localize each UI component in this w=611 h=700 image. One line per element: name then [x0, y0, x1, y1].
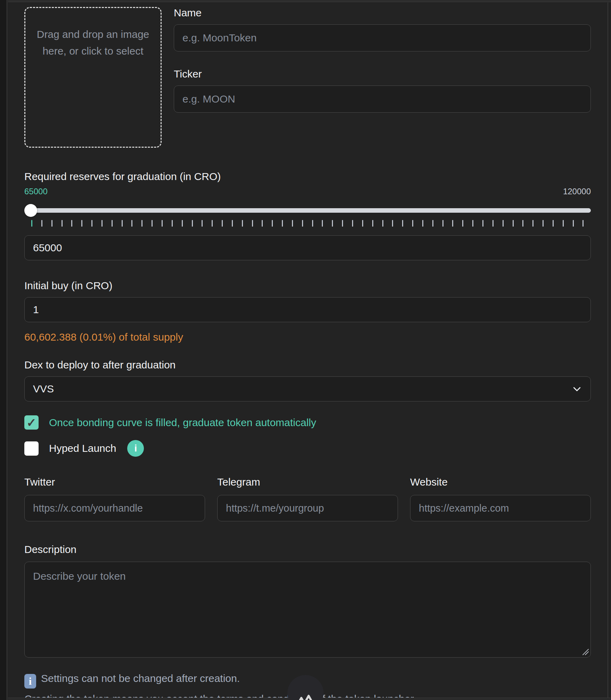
top-row: Drag and drop an image here, or click to… — [24, 7, 591, 148]
slider-tick — [222, 220, 223, 227]
slider-tick — [402, 220, 403, 227]
ticker-label: Ticker — [174, 68, 591, 80]
slider-tick — [81, 220, 82, 227]
mountain-logo-icon — [293, 690, 318, 700]
slider-handle[interactable] — [24, 204, 37, 217]
slider-tick — [442, 220, 443, 227]
website-label: Website — [410, 476, 591, 488]
reserves-range-labels: 65000 120000 — [24, 187, 591, 196]
description-textarea[interactable] — [24, 562, 591, 658]
slider-tick — [41, 220, 42, 227]
settings-note: Settings can not be changed after creati… — [41, 673, 240, 684]
slider-tick — [212, 220, 213, 227]
reserves-max-label: 120000 — [563, 187, 591, 196]
slider-tick — [352, 220, 353, 227]
website-input[interactable] — [410, 495, 591, 521]
slider-tick — [252, 220, 253, 227]
window-top-edge — [8, 0, 611, 2]
slider-tick — [282, 220, 283, 227]
slider-tick — [31, 220, 32, 227]
hyped-launch-info-icon[interactable]: i — [127, 440, 144, 457]
slider-tick — [372, 220, 373, 227]
window-right-edge — [608, 2, 608, 700]
hyped-launch-checkbox[interactable]: ✓ — [24, 441, 39, 456]
slider-ticks — [31, 220, 584, 227]
slider-tick — [553, 220, 554, 227]
slider-tick — [532, 220, 533, 227]
social-links-row: Twitter Telegram Website — [24, 476, 591, 521]
slider-tick — [452, 220, 453, 227]
slider-tick — [362, 220, 363, 227]
telegram-input[interactable] — [217, 495, 398, 521]
reserves-min-label: 65000 — [24, 187, 48, 196]
reserves-input[interactable] — [24, 235, 591, 260]
slider-tick — [332, 220, 333, 227]
slider-tick — [51, 220, 52, 227]
slider-tick — [462, 220, 463, 227]
slider-tick — [392, 220, 393, 227]
reserves-label: Required reserves for graduation (in CRO… — [24, 171, 591, 182]
slider-tick — [563, 220, 564, 227]
token-create-form: Drag and drop an image here, or click to… — [24, 7, 591, 700]
auto-graduate-checkbox[interactable]: ✓ — [24, 415, 39, 430]
dex-label: Dex to deploy to after graduation — [24, 359, 591, 371]
auto-graduate-label: Once bonding curve is filled, graduate t… — [49, 417, 316, 429]
slider-tick — [172, 220, 173, 227]
slider-tick — [412, 220, 413, 227]
dex-select[interactable]: VVS — [24, 376, 591, 401]
slider-tick — [342, 220, 343, 227]
slider-tick — [91, 220, 92, 227]
slider-tick — [292, 220, 293, 227]
slider-tick — [492, 220, 494, 227]
telegram-label: Telegram — [217, 476, 398, 488]
slider-tick — [302, 220, 303, 227]
twitter-input[interactable] — [24, 495, 205, 521]
slider-tick — [382, 220, 383, 227]
name-label: Name — [174, 7, 591, 19]
auto-graduate-row: ✓ Once bonding curve is filled, graduate… — [24, 415, 591, 430]
initial-buy-label: Initial buy (in CRO) — [24, 280, 591, 292]
slider-tick — [182, 220, 183, 227]
slider-tick — [472, 220, 473, 227]
slider-tick — [162, 220, 163, 227]
dex-selected-value: VVS — [33, 383, 54, 395]
hyped-launch-row: ✓ Hyped Launch i — [24, 440, 591, 457]
name-ticker-column: Name Ticker — [174, 7, 591, 148]
slider-tick — [262, 220, 263, 227]
slider-tick — [232, 220, 233, 227]
slider-tick — [122, 220, 123, 227]
supply-note: 60,602.388 (0.01%) of total supply — [24, 331, 591, 343]
slider-tick — [71, 220, 72, 227]
chevron-down-icon — [572, 384, 582, 394]
slider-tick — [432, 220, 433, 227]
name-input[interactable] — [174, 24, 591, 51]
slider-tick — [322, 220, 323, 227]
slider-tick — [112, 220, 113, 227]
slider-tick — [312, 220, 313, 227]
initial-buy-input[interactable] — [24, 297, 591, 322]
slider-tick — [202, 220, 203, 227]
slider-tick — [131, 220, 132, 227]
slider-tick — [422, 220, 423, 227]
slider-tick — [101, 220, 103, 227]
dropzone-text: Drag and drop an image here, or click to… — [37, 29, 149, 57]
slider-tick — [141, 220, 142, 227]
twitter-label: Twitter — [24, 476, 205, 488]
slider-tick — [522, 220, 523, 227]
website-field: Website — [410, 476, 591, 521]
image-dropzone[interactable]: Drag and drop an image here, or click to… — [24, 7, 162, 148]
description-wrap — [24, 562, 591, 658]
slider-track[interactable] — [26, 208, 591, 213]
slider-tick — [152, 220, 153, 227]
slider-tick — [513, 220, 514, 227]
ticker-input[interactable] — [174, 86, 591, 113]
slider-tick — [192, 220, 193, 227]
slider-tick — [272, 220, 273, 227]
telegram-field: Telegram — [217, 476, 398, 521]
reserves-slider[interactable] — [24, 204, 591, 217]
slider-tick — [583, 220, 584, 227]
slider-tick — [573, 220, 574, 227]
info-emoji-icon: i — [24, 674, 36, 689]
window-left-edge — [0, 0, 7, 700]
slider-tick — [62, 220, 63, 227]
